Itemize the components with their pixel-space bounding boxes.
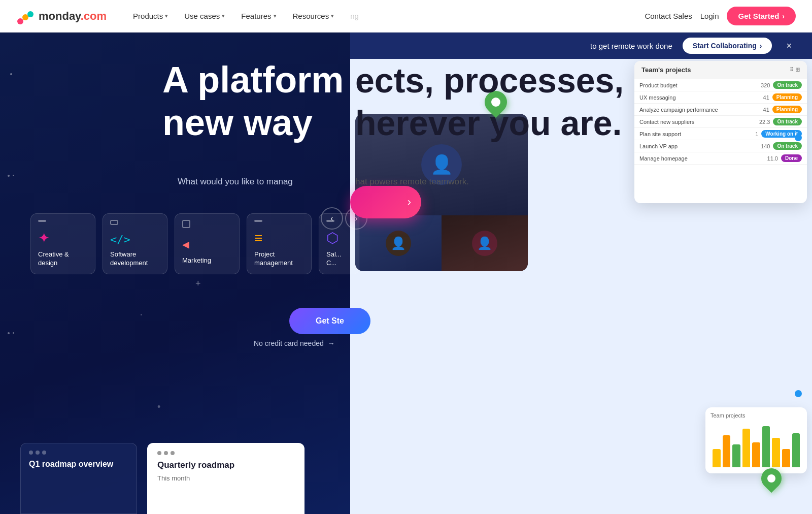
dot [29, 451, 33, 455]
card-label: Projectmanagement [254, 250, 293, 268]
marketing-icon: ◂ [182, 237, 189, 251]
dashboard-panel: Team's projects ⠿ ⊞ Product budget 320 O… [634, 61, 807, 203]
card-checkbox [254, 220, 262, 222]
dashboard-controls: ⠿ ⊞ [790, 67, 800, 73]
status-badge: On track [773, 142, 802, 150]
chevron-down-icon: ▾ [165, 13, 168, 19]
dashboard-row: Manage homepage 11.0 Done [634, 152, 807, 165]
arrow-icon: › [760, 42, 762, 50]
nav-resources[interactable]: Resources ▾ [287, 8, 341, 24]
no-credit-text: No credit card needed → [254, 339, 335, 347]
logo-text: monday.com [39, 10, 107, 23]
card-checkbox [110, 220, 118, 225]
banner-text: to get remote work done [590, 42, 672, 50]
dot-decoration: · [140, 307, 143, 321]
person-avatar: 👤 [386, 231, 411, 256]
svg-point-2 [27, 11, 33, 17]
chevron-down-icon: ▾ [331, 13, 334, 19]
card-label: Softwaredevelopment [110, 250, 148, 268]
status-badge: Planning [772, 93, 802, 101]
video-thumb-2: 👤 [442, 215, 528, 271]
star-decoration [8, 332, 10, 334]
chart-bar [792, 433, 800, 468]
chart-bar [772, 438, 780, 468]
nav-products[interactable]: Products ▾ [127, 8, 174, 24]
card-label: Creative &design [38, 250, 69, 268]
category-cards: ✦ Creative &design </> Softwaredevelopme… [30, 213, 359, 274]
nav-features[interactable]: Features ▾ [235, 8, 282, 24]
card-checkbox [182, 220, 190, 228]
dot [36, 451, 40, 455]
svg-point-1 [22, 14, 28, 20]
start-collaborating-button[interactable]: Start Collaborating › [683, 38, 772, 54]
blue-dot-decoration-2 [795, 390, 802, 397]
logo-icon [16, 7, 35, 25]
nav-partial: ng [344, 8, 365, 24]
blue-dot-decoration [795, 134, 802, 141]
dashboard-row: Analyze campaign performance 41 Planning [634, 104, 807, 116]
card-label: Sal...C... [326, 250, 342, 268]
dashboard-header: Team's projects ⠿ ⊞ [634, 61, 807, 79]
creative-design-icon: ✦ [38, 231, 50, 245]
pink-cta-button[interactable]: › [350, 186, 421, 218]
dot [164, 451, 168, 455]
chart-bar [742, 429, 751, 468]
status-badge: Planning [772, 106, 802, 113]
video-thumbnails: 👤 👤 [355, 215, 528, 271]
chart-bar [782, 449, 790, 467]
window-dots [157, 451, 294, 455]
dot [42, 451, 46, 455]
logo[interactable]: monday.com [16, 7, 107, 25]
arrow-icon: › [782, 12, 785, 20]
arrow-icon: → [328, 339, 335, 347]
contact-sales-link[interactable]: Contact Sales [645, 12, 692, 20]
bar-chart [710, 422, 802, 467]
dashboard-row: Contact new suppliers 22.3 On track [634, 116, 807, 128]
svg-point-0 [17, 18, 23, 24]
person-avatar: 👤 [472, 231, 497, 256]
nav-use-cases[interactable]: Use cases ▾ [178, 8, 231, 24]
card-label: Marketing [182, 256, 211, 265]
chart-bar [762, 426, 770, 467]
dashboard-row: UX messaging 41 Planning [634, 91, 807, 104]
status-badge: On track [773, 118, 802, 125]
dashboard-row: Plan site support 1 Working on it [634, 128, 807, 140]
software-icon: </> [110, 234, 130, 245]
star-decoration [13, 175, 14, 176]
arrow-right-icon: › [408, 196, 411, 209]
right-panel: Team's projects ⠿ ⊞ Product budget 320 O… [350, 33, 812, 514]
person-avatar: 👤 [421, 144, 462, 185]
status-badge: On track [773, 81, 802, 89]
chevron-down-icon: ▾ [222, 13, 225, 19]
card-checkbox [38, 220, 46, 222]
get-started-hero-button[interactable]: Get Ste [289, 308, 370, 334]
nav-links: Products ▾ Use cases ▾ Features ▾ Resour… [127, 8, 645, 24]
bottom-card-right: Quarterly roadmap This month [147, 443, 304, 514]
card-marketing[interactable]: ◂ Marketing [175, 213, 240, 274]
login-link[interactable]: Login [700, 12, 719, 20]
chart-bar [732, 444, 740, 467]
dot [171, 451, 175, 455]
dashboard-row: Launch VP app 140 On track [634, 140, 807, 152]
navbar: monday.com Products ▾ Use cases ▾ Featur… [0, 0, 812, 33]
card-software-development[interactable]: </> Softwaredevelopment [103, 213, 167, 274]
window-dots [29, 451, 128, 455]
sales-icon: ⬡ [326, 231, 339, 245]
prev-arrow-button[interactable]: ‹ [321, 207, 343, 230]
star-decoration [10, 73, 12, 75]
bottom-card-left: Q1 roadmap overview [20, 443, 137, 514]
close-icon[interactable]: × [786, 41, 792, 51]
get-started-button[interactable]: Get Started › [727, 7, 796, 25]
chart-bar [723, 435, 731, 467]
bottom-card-right-title: Quarterly roadmap [157, 460, 294, 470]
location-pin-top [480, 86, 512, 118]
chevron-down-icon: ▾ [274, 13, 277, 19]
star-decoration [13, 332, 14, 334]
chart-bar [713, 449, 721, 467]
project-icon: ≡ [254, 231, 262, 245]
bottom-card-left-title: Q1 roadmap overview [29, 460, 128, 469]
announcement-banner: to get remote work done Start Collaborat… [350, 33, 812, 59]
star-decoration [8, 175, 10, 177]
card-creative-design[interactable]: ✦ Creative &design [30, 213, 95, 274]
card-project-management[interactable]: ≡ Projectmanagement [247, 213, 312, 274]
